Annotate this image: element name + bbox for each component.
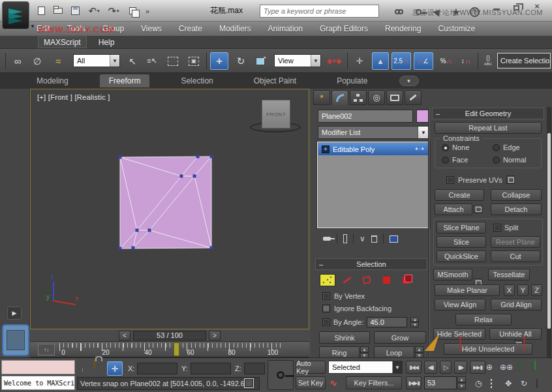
preserve-uvs-checkbox[interactable] xyxy=(446,176,454,184)
slice-plane-button[interactable]: Slice Plane xyxy=(437,222,486,234)
next-key-button[interactable]: ▮▶ xyxy=(454,361,467,374)
dropdown-arrow-icon[interactable]: ▼ xyxy=(110,55,119,67)
preserve-uvs-settings-button[interactable] xyxy=(506,175,515,184)
current-frame-field[interactable]: 53 xyxy=(424,376,457,389)
edit-named-sets-button[interactable]: {} ABC xyxy=(480,52,496,70)
bind-to-spacewarp-button[interactable]: ≈ xyxy=(50,52,67,70)
project-folder-button[interactable] xyxy=(125,4,140,18)
selection-lock-toggle[interactable] xyxy=(94,360,95,368)
select-and-move-button[interactable]: + xyxy=(210,52,228,70)
ribbon-tab-freeform[interactable]: Freeform xyxy=(100,74,150,87)
window-crossing-button[interactable]: ▣ xyxy=(185,52,202,70)
menu-views[interactable]: Views xyxy=(141,24,162,33)
redo-dropdown-caret[interactable]: ▾ xyxy=(117,8,119,14)
undo-button[interactable]: ↶▾ xyxy=(85,4,103,18)
make-planar-button[interactable]: Make Planar xyxy=(435,284,500,296)
previous-key-button[interactable]: ◀▮ xyxy=(424,361,437,374)
tab-create[interactable]: * xyxy=(313,90,330,105)
grid-align-button[interactable]: Grid Align xyxy=(491,299,542,310)
ribbon-tab-selection[interactable]: Selection xyxy=(172,74,222,87)
element-mode-button[interactable] xyxy=(398,274,414,286)
menu-animation[interactable]: Animation xyxy=(268,24,303,33)
dropdown-arrow-icon[interactable]: ▼ xyxy=(311,55,320,67)
toolbar-overflow-button[interactable]: » xyxy=(142,4,153,18)
percent-snap-button[interactable]: %∩ xyxy=(437,52,455,70)
shrink-button[interactable]: Shrink xyxy=(319,331,370,344)
ribbon-minimize-dropdown[interactable]: ▼ xyxy=(399,76,419,86)
menu-customize[interactable]: Customize xyxy=(438,24,475,33)
stack-item-editable-poly[interactable]: + Editable Poly ✦·✦ xyxy=(318,143,429,155)
object-color-swatch[interactable] xyxy=(416,110,429,123)
configure-modifier-sets-icon[interactable] xyxy=(390,235,398,243)
selection-rollout-header[interactable]: – Selection xyxy=(315,258,427,270)
menu-help[interactable]: Help xyxy=(99,38,115,47)
modifier-stack[interactable]: + Editable Poly ✦·✦ xyxy=(316,141,431,229)
time-configuration-button[interactable]: ◷ xyxy=(475,379,482,388)
select-and-scale-button[interactable]: ↗ xyxy=(252,52,270,70)
constraint-edge-radio[interactable] xyxy=(493,144,500,151)
unlink-selection-button[interactable]: ∅ xyxy=(29,52,46,70)
new-file-button[interactable] xyxy=(34,4,48,18)
vertex-mode-button[interactable] xyxy=(320,274,335,286)
play-button[interactable]: ▷ xyxy=(440,361,452,374)
constraint-normal-radio[interactable] xyxy=(493,157,500,164)
select-object-button[interactable]: ↖ xyxy=(124,52,141,70)
search-button[interactable] xyxy=(390,5,407,19)
z-coord-field[interactable] xyxy=(244,363,265,374)
attach-settings-button[interactable] xyxy=(474,205,482,213)
polygon-mode-button[interactable] xyxy=(378,274,394,286)
open-file-button[interactable] xyxy=(51,4,65,18)
selection-set-dropdown[interactable]: Selected ▼ xyxy=(328,361,403,374)
maxscript-listener-input[interactable] xyxy=(1,360,75,374)
pan-button[interactable]: ✥ xyxy=(505,379,512,388)
remove-modifier-icon[interactable] xyxy=(371,235,377,243)
tab-motion[interactable]: ◎ xyxy=(368,90,385,105)
menu-rendering[interactable]: Rendering xyxy=(385,24,421,33)
snap-toggle-button[interactable]: 2.5∩ xyxy=(391,52,411,70)
selection-region-button[interactable] xyxy=(164,52,181,70)
make-planar-z-button[interactable]: Z xyxy=(531,284,542,296)
zoom-all-button[interactable]: ⊕⊕ xyxy=(500,363,513,372)
zoom-extents-button[interactable] xyxy=(518,363,519,371)
view-align-button[interactable]: View Align xyxy=(435,299,485,310)
previous-frame-button[interactable]: < xyxy=(119,331,130,340)
panel-scrollbar[interactable] xyxy=(547,107,551,357)
auto-key-button[interactable]: Auto Key xyxy=(296,361,326,374)
grow-button[interactable]: Grow xyxy=(374,331,426,344)
set-key-button[interactable]: Set Key xyxy=(296,376,326,389)
tab-display[interactable] xyxy=(386,90,403,105)
by-vertex-checkbox[interactable] xyxy=(322,292,330,300)
reset-plane-button[interactable]: Reset Plane xyxy=(491,236,540,248)
app-menu-caret-icon[interactable]: ▼ xyxy=(30,23,35,29)
go-to-end-button[interactable]: ▶▶▮ xyxy=(470,361,485,374)
undo-dropdown-caret[interactable]: ▾ xyxy=(97,8,100,14)
edit-geometry-rollout-header[interactable]: – Edit Geometry xyxy=(432,108,544,119)
edge-mode-button[interactable] xyxy=(339,274,355,286)
key-filters-button[interactable]: Key Filters... xyxy=(346,376,402,389)
detach-button[interactable]: Detach xyxy=(491,204,542,215)
reference-coordinate-dropdown[interactable]: View ▼ xyxy=(274,54,321,67)
use-pivot-center-button[interactable]: ◆▾◆ xyxy=(325,52,343,70)
redo-button[interactable]: ↷▾ xyxy=(104,4,123,18)
named-selection-set-field[interactable]: Create Selection xyxy=(497,53,551,68)
tab-hierarchy[interactable] xyxy=(350,90,367,105)
save-file-button[interactable] xyxy=(68,4,82,18)
dropdown-arrow-icon[interactable]: ▼ xyxy=(392,361,402,373)
viewcube[interactable]: FRONT xyxy=(262,100,290,128)
constraint-none-radio[interactable] xyxy=(442,144,449,151)
tab-modify[interactable] xyxy=(331,90,348,105)
repeat-last-button[interactable]: Repeat Last xyxy=(435,122,542,134)
select-and-manipulate-button[interactable]: ✛ xyxy=(351,52,368,70)
pin-stack-icon[interactable] xyxy=(323,237,331,241)
expand-plus-icon[interactable]: + xyxy=(322,145,330,153)
border-mode-button[interactable] xyxy=(359,274,375,286)
ignore-backfacing-checkbox[interactable] xyxy=(322,305,330,312)
by-angle-checkbox[interactable] xyxy=(322,318,330,326)
frame-spinner[interactable]: ▲▼ xyxy=(457,376,466,389)
modifier-list-dropdown[interactable]: Modifier List ▼ xyxy=(318,126,429,139)
search-box[interactable] xyxy=(260,5,379,18)
make-unique-icon[interactable]: ∨ xyxy=(360,234,365,243)
object-name-field[interactable]: Plane002 xyxy=(318,110,413,123)
menu-maxscript[interactable]: MAXScript xyxy=(38,37,87,48)
slice-button[interactable]: Slice xyxy=(437,236,486,248)
